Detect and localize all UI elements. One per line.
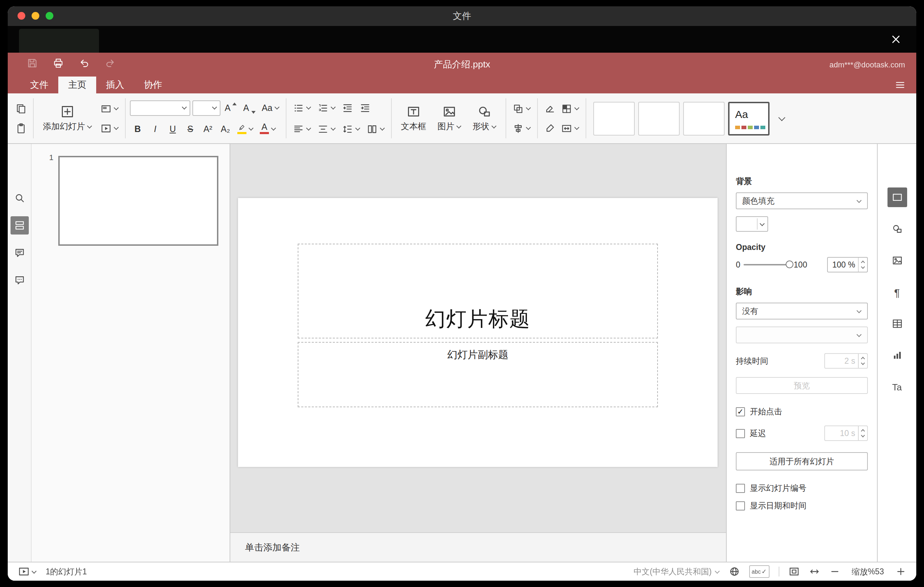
insert-image-button[interactable]: 图片 bbox=[432, 103, 466, 134]
decrease-font-size-button[interactable]: A bbox=[241, 99, 258, 116]
subtitle-placeholder[interactable]: 幻灯片副标题 bbox=[298, 342, 658, 407]
highlight-color-button[interactable] bbox=[235, 120, 256, 137]
align-shape-button[interactable] bbox=[510, 120, 533, 137]
slides-panel-button[interactable] bbox=[10, 216, 28, 234]
italic-button[interactable]: I bbox=[147, 120, 163, 137]
insert-shape-button[interactable]: 形状 bbox=[468, 103, 501, 134]
horizontal-align-button[interactable] bbox=[291, 120, 313, 137]
insert-textbox-button[interactable]: 文本框 bbox=[396, 103, 431, 134]
slide-canvas[interactable]: 幻灯片标题 幻灯片副标题 bbox=[230, 144, 726, 532]
shape-settings-tab[interactable] bbox=[887, 219, 907, 239]
add-slide-button[interactable]: 添加幻灯片 bbox=[38, 103, 97, 134]
zoom-in-button[interactable] bbox=[895, 566, 906, 577]
fit-slide-button[interactable] bbox=[789, 566, 800, 577]
strikethrough-button[interactable]: S bbox=[183, 120, 198, 137]
zoom-out-button[interactable] bbox=[829, 566, 840, 577]
bold-button[interactable]: B bbox=[130, 120, 145, 137]
color-scheme-button[interactable] bbox=[559, 100, 581, 117]
undo-button[interactable] bbox=[79, 58, 90, 72]
increase-font-size-button[interactable]: A bbox=[223, 99, 239, 116]
theme-tile[interactable] bbox=[683, 101, 724, 135]
apply-to-all-button[interactable]: 适用于所有幻灯片 bbox=[736, 452, 868, 470]
duration-spinner[interactable]: 2 s bbox=[824, 353, 868, 369]
tab-insert[interactable]: 插入 bbox=[96, 76, 134, 93]
theme-tile[interactable] bbox=[593, 101, 635, 135]
show-slide-number-checkbox[interactable] bbox=[736, 484, 745, 493]
set-language-button[interactable] bbox=[728, 566, 740, 577]
delay-row[interactable]: 延迟 10 s bbox=[736, 425, 868, 441]
fill-color-picker[interactable] bbox=[736, 216, 768, 232]
show-date-time-checkbox[interactable] bbox=[736, 501, 745, 511]
effect-type-select[interactable] bbox=[736, 326, 868, 343]
slide-thumbnail[interactable] bbox=[58, 156, 218, 246]
underline-button[interactable]: U bbox=[165, 120, 180, 137]
toolbar-menu-button[interactable] bbox=[894, 79, 906, 91]
bullets-button[interactable] bbox=[291, 99, 313, 116]
table-settings-tab[interactable] bbox=[887, 314, 907, 333]
chart-settings-tab[interactable] bbox=[887, 345, 907, 365]
effect-select[interactable]: 没有 bbox=[736, 303, 868, 320]
comments-panel-button[interactable] bbox=[10, 244, 28, 262]
tab-collaboration[interactable]: 协作 bbox=[134, 76, 172, 93]
font-color-button[interactable]: A bbox=[258, 120, 278, 137]
spellcheck-button[interactable]: abc ✓ bbox=[749, 565, 769, 578]
decrease-indent-button[interactable] bbox=[340, 99, 355, 116]
superscript-button[interactable]: A² bbox=[200, 120, 216, 137]
theme-tile[interactable] bbox=[638, 101, 680, 135]
paragraph-settings-tab[interactable]: ¶ bbox=[887, 282, 907, 302]
slide-layout-button[interactable] bbox=[98, 100, 121, 117]
line-spacing-button[interactable] bbox=[340, 120, 362, 137]
show-date-time-row[interactable]: 显示日期和时间 bbox=[736, 501, 868, 511]
theme-tile-selected[interactable]: Aa bbox=[728, 101, 769, 135]
clear-style-button[interactable] bbox=[542, 100, 558, 117]
increase-indent-button[interactable] bbox=[357, 99, 373, 116]
columns-button[interactable] bbox=[365, 120, 387, 137]
change-case-button[interactable]: Aa bbox=[259, 99, 282, 116]
textart-settings-tab[interactable]: Ta bbox=[887, 377, 907, 397]
close-button[interactable] bbox=[889, 33, 902, 46]
print-button[interactable] bbox=[53, 58, 64, 72]
redo-button[interactable] bbox=[105, 58, 116, 72]
paste-button[interactable] bbox=[13, 120, 29, 137]
close-traffic-light[interactable] bbox=[18, 12, 25, 20]
slide-surface[interactable]: 幻灯片标题 幻灯片副标题 bbox=[238, 198, 718, 467]
spinner-steppers[interactable] bbox=[858, 354, 867, 368]
tab-home[interactable]: 主页 bbox=[58, 76, 96, 93]
opacity-spinner[interactable]: 100 % bbox=[827, 257, 868, 272]
opacity-slider-handle[interactable] bbox=[786, 261, 794, 268]
background-fill-select[interactable]: 颜色填充 bbox=[736, 192, 868, 209]
language-selector[interactable]: 中文(中华人民共和国) bbox=[634, 566, 719, 577]
theme-gallery-expand-button[interactable] bbox=[774, 110, 789, 127]
start-on-click-checkbox[interactable]: ✓ bbox=[736, 407, 745, 416]
notes-area[interactable]: 单击添加备注 bbox=[230, 532, 726, 562]
font-size-combo[interactable] bbox=[192, 100, 221, 115]
spinner-steppers[interactable] bbox=[858, 258, 867, 272]
spinner-steppers[interactable] bbox=[858, 426, 867, 440]
slide-settings-tab[interactable] bbox=[887, 188, 907, 207]
vertical-align-button[interactable] bbox=[315, 120, 338, 137]
numbering-button[interactable] bbox=[315, 99, 338, 116]
title-placeholder[interactable]: 幻灯片标题 bbox=[298, 244, 658, 338]
arrange-shape-button[interactable] bbox=[510, 100, 533, 117]
font-name-combo[interactable] bbox=[130, 100, 190, 115]
subscript-button[interactable]: A₂ bbox=[218, 120, 233, 137]
delay-checkbox[interactable] bbox=[736, 429, 745, 438]
image-settings-tab[interactable] bbox=[887, 251, 907, 270]
opacity-slider[interactable] bbox=[744, 264, 790, 265]
fullscreen-traffic-light[interactable] bbox=[46, 12, 53, 20]
minimize-traffic-light[interactable] bbox=[31, 12, 39, 20]
feedback-panel-button[interactable] bbox=[10, 271, 28, 289]
copy-button[interactable] bbox=[13, 100, 29, 117]
show-slide-number-row[interactable]: 显示幻灯片编号 bbox=[736, 483, 868, 494]
search-panel-button[interactable] bbox=[10, 189, 28, 207]
delay-spinner[interactable]: 10 s bbox=[824, 425, 868, 441]
save-button[interactable] bbox=[27, 58, 38, 72]
start-slideshow-status-button[interactable] bbox=[16, 563, 39, 580]
copy-style-button[interactable] bbox=[542, 120, 558, 137]
preview-button[interactable]: 预览 bbox=[736, 377, 868, 394]
start-slideshow-button[interactable] bbox=[98, 120, 121, 137]
fit-width-button[interactable] bbox=[809, 566, 820, 577]
slide-size-button[interactable] bbox=[559, 120, 581, 137]
start-on-click-row[interactable]: ✓ 开始点击 bbox=[736, 407, 868, 417]
tab-file[interactable]: 文件 bbox=[20, 76, 58, 93]
